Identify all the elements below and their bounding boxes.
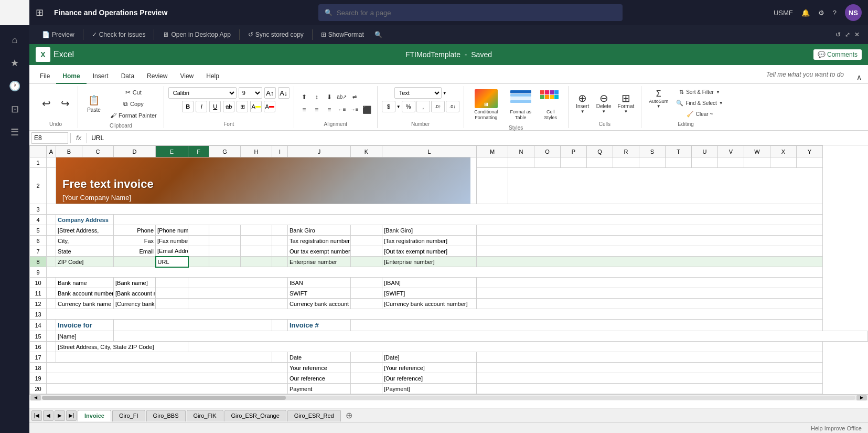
row-num-6[interactable]: 6 [30, 236, 47, 246]
percent-btn[interactable]: % [402, 101, 415, 112]
align-left-btn[interactable]: ≡ [298, 104, 310, 115]
align-middle-btn[interactable]: ↕ [311, 91, 323, 103]
format-as-table-btn[interactable]: Format as Table [505, 87, 537, 123]
col-header-r[interactable]: R [613, 146, 639, 157]
app-grid-icon[interactable]: ⊞ [36, 7, 44, 18]
tab-nav-last[interactable]: ▶| [66, 410, 77, 421]
search-bar-container[interactable]: 🔍 [318, 4, 623, 21]
col-header-l[interactable]: L [382, 146, 477, 157]
tab-nav-first[interactable]: |◀ [31, 410, 42, 421]
row-num-3[interactable]: 3 [30, 204, 47, 215]
row-num-13[interactable]: 13 [30, 309, 47, 320]
cell-d8[interactable] [114, 257, 156, 267]
cell-a8[interactable] [47, 257, 56, 267]
tab-review[interactable]: Review [141, 69, 174, 84]
sidebar-home-icon[interactable]: ⌂ [4, 29, 25, 50]
dec-increase-btn[interactable]: .0↑ [431, 101, 445, 112]
col-header-o[interactable]: O [534, 146, 561, 157]
col-header-u[interactable]: U [692, 146, 718, 157]
row-3-cells[interactable] [47, 204, 823, 215]
cell-o1[interactable] [534, 157, 561, 168]
tab-nav-prev[interactable]: ◀ [43, 410, 53, 421]
cell-a4[interactable] [47, 215, 56, 225]
cell-i5[interactable] [272, 225, 288, 236]
clear-btn[interactable]: 🧹 Clear ~ [673, 109, 725, 119]
col-header-i[interactable]: I [272, 146, 288, 157]
cell-g7[interactable] [209, 246, 241, 257]
wrap-text-btn[interactable]: ⇌ [349, 91, 360, 103]
cell-k6[interactable] [351, 236, 382, 246]
row-num-9[interactable]: 9 [30, 267, 47, 278]
h-scroll-right[interactable]: ▶ [856, 395, 867, 400]
open-desktop-btn[interactable]: 🖥 Open in Desktop App [158, 29, 234, 40]
col-header-g[interactable]: G [209, 146, 241, 157]
cell-r1[interactable] [613, 157, 639, 168]
cell-reference-input[interactable] [31, 132, 68, 144]
cell-k7[interactable] [351, 246, 382, 257]
sidebar-workspace-icon[interactable]: ⊡ [4, 99, 25, 120]
cell-k5[interactable] [351, 225, 382, 236]
cell-i8[interactable] [272, 257, 288, 267]
orient-btn[interactable]: ab↗ [336, 91, 348, 103]
cell-rest-5[interactable] [477, 225, 823, 236]
cell-l10[interactable]: [IBAN] [382, 278, 477, 288]
decrease-indent-btn[interactable]: ←≡ [336, 104, 348, 115]
row-num-12[interactable]: 12 [30, 299, 47, 309]
cell-e7[interactable]: [Email Address] [156, 246, 188, 257]
col-header-a[interactable]: A [47, 146, 56, 157]
cell-b10[interactable]: Bank name [56, 278, 114, 288]
align-right-btn[interactable]: ≡ [324, 104, 335, 115]
tab-help[interactable]: Help [200, 69, 226, 84]
cell-j8[interactable]: Enterprise number [288, 257, 351, 267]
cell-a10[interactable] [47, 278, 56, 288]
toolbar-search-btn[interactable]: 🔍 [370, 29, 387, 40]
tab-data[interactable]: Data [115, 69, 141, 84]
align-center-btn[interactable]: ≡ [311, 104, 323, 115]
cell-j7[interactable]: Our tax exempt number [288, 246, 351, 257]
row-num-19[interactable]: 19 [30, 373, 47, 384]
col-header-k[interactable]: K [351, 146, 382, 157]
italic-btn[interactable]: I [196, 101, 207, 112]
row-num-5[interactable]: 5 [30, 225, 47, 236]
sort-filter-btn[interactable]: ⇅ Sort & Filter ▼ [673, 87, 725, 97]
cell-d10[interactable]: [Bank name] [114, 278, 156, 288]
row-num-1[interactable]: 1 [30, 157, 47, 168]
cell-j5[interactable]: Bank Giro [288, 225, 351, 236]
cell-y1[interactable] [797, 157, 823, 168]
search-input[interactable] [337, 9, 616, 17]
sheet-tab-giro-bbs[interactable]: Giro_BBS [146, 410, 186, 421]
cell-b5[interactable]: [Street Address, [56, 225, 114, 236]
cell-h8[interactable] [241, 257, 272, 267]
cell-e6[interactable]: [Fax number] [156, 236, 188, 246]
cell-j6[interactable]: Tax registration number [288, 236, 351, 246]
cell-n1[interactable] [508, 157, 534, 168]
row-num-8[interactable]: 8 [30, 257, 47, 267]
preview-btn[interactable]: 📄 Preview [38, 29, 79, 40]
sheet-tab-giro-esr-red[interactable]: Giro_ESR_Red [287, 410, 341, 421]
sheet-tab-giro-fik[interactable]: Giro_FIK [187, 410, 223, 421]
cell-styles-btn[interactable]: CellStyles [538, 87, 564, 123]
cell-b7[interactable]: State [56, 246, 114, 257]
merge-btn[interactable]: ⬛ [361, 104, 373, 115]
cell-a7[interactable] [47, 246, 56, 257]
strikethrough-btn[interactable]: ab [223, 101, 234, 112]
row-num-4[interactable]: 4 [30, 215, 47, 225]
cell-l6[interactable]: [Tax registration number] [382, 236, 477, 246]
sync-btn[interactable]: ↺ Sync stored copy [244, 29, 308, 40]
tab-insert[interactable]: Insert [87, 69, 115, 84]
row-num-18[interactable]: 18 [30, 363, 47, 373]
row-num-17[interactable]: 17 [30, 352, 47, 363]
autosum-btn[interactable]: Σ AutoSum ▼ [646, 87, 671, 111]
cell-l5[interactable]: [Bank Giro] [382, 225, 477, 236]
conditional-formatting-btn[interactable]: ⊞ Conditional Formatting [468, 87, 504, 123]
cell-rest-7[interactable] [477, 246, 823, 257]
cell-u1[interactable] [692, 157, 718, 168]
check-issues-btn[interactable]: ✓ Check for issues [88, 29, 150, 40]
delete-cells-btn[interactable]: ⊖ Delete ▼ [594, 92, 614, 115]
cell-f10[interactable] [188, 278, 288, 288]
tab-nav-next[interactable]: ▶ [55, 410, 65, 421]
cell-f8[interactable] [188, 257, 209, 267]
sheet-tab-giro-fi[interactable]: Giro_FI [112, 410, 145, 421]
delete-dropdown-arrow[interactable]: ▼ [602, 109, 606, 114]
increase-font-btn[interactable]: A↑ [264, 87, 276, 99]
